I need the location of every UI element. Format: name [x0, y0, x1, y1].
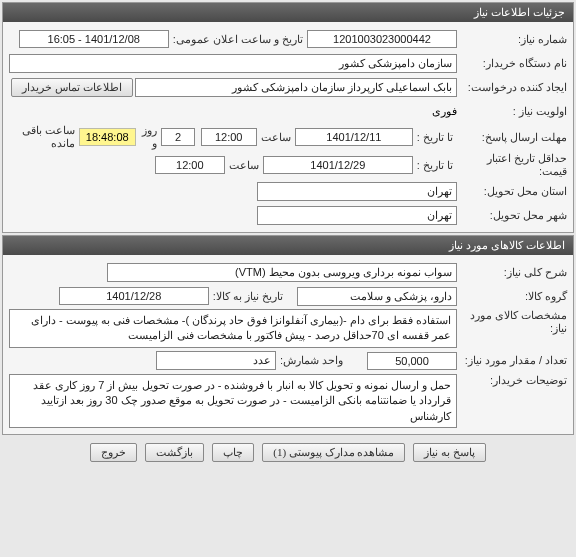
spec-label: مشخصات کالای مورد نیاز: [457, 309, 567, 335]
city-value: تهران [257, 206, 457, 225]
desc-value: سواب نمونه برداری ویروسی بدون محیط (VTM) [107, 263, 457, 282]
min-valid-time: 12:00 [155, 156, 225, 174]
panel2-header: اطلاعات کالاهای مورد نیاز [3, 236, 573, 255]
back-button[interactable]: بازگشت [145, 443, 204, 462]
need-details-panel: جزئیات اطلاعات نیاز شماره نیاز: 12010030… [2, 2, 574, 233]
row-min-valid: حداقل تاریخ اعتبار قیمت: تا تاریخ : 1401… [9, 152, 567, 178]
goods-info-panel: اطلاعات کالاهای مورد نیاز شرح کلی نیاز: … [2, 235, 574, 435]
buyer-value: سازمان دامپزشکی کشور [9, 54, 457, 73]
group-label: گروه کالا: [457, 290, 567, 303]
print-button[interactable]: چاپ [212, 443, 254, 462]
group-value: دارو، پزشکی و سلامت [297, 287, 457, 306]
need-date-value: 1401/12/28 [59, 287, 209, 305]
city-label: شهر محل تحویل: [457, 209, 567, 222]
requester-label: ایجاد کننده درخواست: [457, 81, 567, 94]
priority-value: فوری [432, 105, 457, 118]
days-remain: 2 [161, 128, 194, 146]
to-date-label-1: تا تاریخ : [413, 131, 457, 144]
buyer-notes-label: توضیحات خریدار: [457, 374, 567, 387]
to-date-label-2: تا تاریخ : [413, 159, 457, 172]
row-buyer-notes: توضیحات خریدار: حمل و ارسال نمونه و تحوی… [9, 374, 567, 428]
remain-text: ساعت باقی مانده [9, 124, 79, 150]
panel1-body: شماره نیاز: 1201003023000442 تاریخ و ساع… [3, 22, 573, 232]
spec-value: استفاده فقط برای دام -(بیماری آنفلوانزا … [9, 309, 457, 348]
buyer-notes-value: حمل و ارسال نمونه و تحویل کالا به انبار … [9, 374, 457, 428]
row-group: گروه کالا: دارو، پزشکی و سلامت تاریخ نیا… [9, 285, 567, 307]
row-buyer: نام دستگاه خریدار: سازمان دامپزشکی کشور [9, 52, 567, 74]
province-value: تهران [257, 182, 457, 201]
panel1-header: جزئیات اطلاعات نیاز [3, 3, 573, 22]
contact-buyer-button[interactable]: اطلاعات تماس خریدار [11, 78, 133, 97]
qty-label: تعداد / مقدار مورد نیاز: [457, 354, 567, 367]
action-button-row: پاسخ به نیاز مشاهده مدارک پیوستی (1) چاپ… [0, 437, 576, 468]
announce-label: تاریخ و ساعت اعلان عمومی: [169, 33, 307, 46]
deadline-time: 12:00 [201, 128, 257, 146]
time-label-1: ساعت [257, 131, 295, 144]
deadline-label: مهلت ارسال پاسخ: [457, 131, 567, 144]
min-valid-date: 1401/12/29 [263, 156, 413, 174]
row-qty: تعداد / مقدار مورد نیاز: 50,000 واحد شما… [9, 350, 567, 372]
row-deadline: مهلت ارسال پاسخ: تا تاریخ : 1401/12/11 س… [9, 124, 567, 150]
time-label-2: ساعت [225, 159, 263, 172]
row-requester: ایجاد کننده درخواست: بابک اسماعیلی کارپر… [9, 76, 567, 98]
min-valid-label: حداقل تاریخ اعتبار قیمت: [457, 152, 567, 178]
qty-value: 50,000 [367, 352, 457, 370]
need-no-label: شماره نیاز: [457, 33, 567, 46]
announce-value: 1401/12/08 - 16:05 [19, 30, 169, 48]
row-province: استان محل تحویل: تهران [9, 180, 567, 202]
buyer-label: نام دستگاه خریدار: [457, 57, 567, 70]
row-desc: شرح کلی نیاز: سواب نمونه برداری ویروسی ب… [9, 261, 567, 283]
reply-button[interactable]: پاسخ به نیاز [413, 443, 486, 462]
unit-label: واحد شمارش: [276, 354, 347, 367]
need-date-label: تاریخ نیاز به کالا: [209, 290, 287, 303]
desc-label: شرح کلی نیاز: [457, 266, 567, 279]
priority-label: اولویت نیاز : [457, 105, 567, 118]
days-text: روز و [136, 124, 162, 150]
unit-value: عدد [156, 351, 276, 370]
province-label: استان محل تحویل: [457, 185, 567, 198]
attachments-button[interactable]: مشاهده مدارک پیوستی (1) [262, 443, 405, 462]
row-city: شهر محل تحویل: تهران [9, 204, 567, 226]
requester-value: بابک اسماعیلی کارپرداز سازمان دامپزشکی ک… [135, 78, 458, 97]
exit-button[interactable]: خروج [90, 443, 137, 462]
row-priority: اولویت نیاز : فوری [9, 100, 567, 122]
panel2-body: شرح کلی نیاز: سواب نمونه برداری ویروسی ب… [3, 255, 573, 434]
row-need-no: شماره نیاز: 1201003023000442 تاریخ و ساع… [9, 28, 567, 50]
need-no-value: 1201003023000442 [307, 30, 457, 48]
time-remain: 18:48:08 [79, 128, 136, 146]
deadline-date: 1401/12/11 [295, 128, 413, 146]
row-spec: مشخصات کالای مورد نیاز: استفاده فقط برای… [9, 309, 567, 348]
